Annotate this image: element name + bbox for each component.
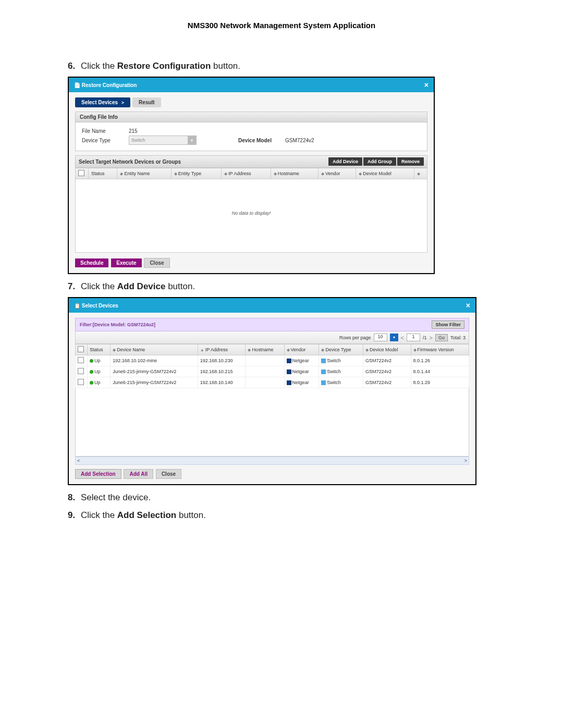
step-7-pre: Click the <box>81 281 117 291</box>
step-9-pre: Click the <box>81 510 117 520</box>
wizard-tabs: Select Devices > Result <box>75 97 427 107</box>
current-page-input[interactable]: 1 <box>407 334 420 341</box>
col-vendor[interactable]: ◆Vendor <box>319 168 356 179</box>
filter-bar: Filter:[Device Model: GSM7224u2] Show Fi… <box>75 318 469 331</box>
step-9-number: 9. <box>68 510 75 520</box>
target-devices-table: Status ◆Entity Name ◆Entity Type ◆IP Add… <box>75 168 427 179</box>
col-firmware[interactable]: ◆Firmware Version <box>411 344 469 355</box>
step-8: 8. Select the device. <box>68 492 511 503</box>
device-model-label: Device Model <box>238 138 285 143</box>
step-6-pre: Click the <box>81 61 117 71</box>
tab-select-label: Select Devices <box>81 100 118 105</box>
vendor-icon <box>287 380 291 385</box>
pager-bar: Rows per page 10 ▾ < 1 /1 > Go Total: 3 <box>75 331 469 344</box>
tab-select-devices[interactable]: Select Devices > <box>75 97 130 107</box>
restore-config-dialog: 📄 Restore Configuration × Select Devices… <box>68 77 435 274</box>
rows-per-page-input[interactable]: 10 <box>374 334 387 341</box>
add-all-button[interactable]: Add All <box>124 469 153 479</box>
col-entity-name[interactable]: ◆Entity Name <box>117 168 171 179</box>
status-up-icon <box>90 359 93 363</box>
table-row[interactable]: UpJune6-215-jimmy-GSM7224v2192.168.10.14… <box>76 377 469 388</box>
total-pages: /1 <box>423 335 427 340</box>
device-type-select[interactable]: Switch ▾ <box>129 135 197 145</box>
table-row[interactable]: Up192.168.10.102-mine192.168.10.230Netge… <box>76 355 469 366</box>
close-icon[interactable]: × <box>424 81 429 89</box>
scroll-left-icon[interactable]: < <box>77 458 80 463</box>
vendor-icon <box>287 369 291 374</box>
schedule-button[interactable]: Schedule <box>75 258 108 267</box>
file-name-label: File Name <box>82 128 129 134</box>
target-devices-title: Select Target Network Devices or Groups <box>79 159 181 165</box>
select-all-checkbox[interactable] <box>78 170 84 176</box>
col-vendor[interactable]: ◆Vendor <box>284 344 319 355</box>
col-ip-address[interactable]: ▲IP Address <box>198 344 246 355</box>
status-up-icon <box>90 381 93 385</box>
prev-page-button[interactable]: < <box>401 335 404 341</box>
file-name-value: 215 <box>129 128 197 134</box>
step-7-number: 7. <box>68 281 75 291</box>
filter-text: Filter:[Device Model: GSM7224u2] <box>80 322 155 327</box>
step-7-bold: Add Device <box>117 281 166 291</box>
go-button[interactable]: Go <box>435 334 448 341</box>
col-device-model[interactable]: ◆Device Model <box>356 168 414 179</box>
no-data-message: No data to display! <box>75 179 427 253</box>
table-row[interactable]: UpJune6-215-jimmy-GSM7224v2192.168.10.21… <box>76 366 469 377</box>
select-devices-dialog: 📋 Select Devices × Filter:[Device Model:… <box>68 297 476 485</box>
device-type-icon <box>321 380 326 385</box>
step-6-bold: Restore Configuration <box>117 61 211 71</box>
add-group-button[interactable]: Add Group <box>363 157 396 166</box>
devices-table: Status ◆Device Name ▲IP Address ◆Hostnam… <box>75 344 469 388</box>
config-file-info-header: Config File Info <box>75 112 427 122</box>
device-type-label: Device Type <box>82 138 129 143</box>
step-7-post: button. <box>165 281 195 291</box>
col-extra: ◆ <box>414 168 427 179</box>
close-button[interactable]: Close <box>144 258 169 268</box>
col-entity-type[interactable]: ◆Entity Type <box>171 168 221 179</box>
scroll-right-icon[interactable]: > <box>464 458 467 463</box>
vendor-icon <box>287 359 291 363</box>
chevron-right-icon: > <box>121 100 124 105</box>
row-checkbox[interactable] <box>78 357 84 363</box>
total-label: Total: 3 <box>450 335 466 340</box>
step-6-number: 6. <box>68 61 75 71</box>
add-device-button[interactable]: Add Device <box>328 157 362 166</box>
col-ip-address[interactable]: ◆IP Address <box>222 168 271 179</box>
row-checkbox[interactable] <box>78 379 84 385</box>
next-page-button[interactable]: > <box>430 335 433 341</box>
step-9-post: button. <box>176 510 206 520</box>
col-hostname[interactable]: ◆Hostname <box>271 168 318 179</box>
col-device-name[interactable]: ◆Device Name <box>111 344 198 355</box>
select-all-checkbox[interactable] <box>78 346 84 352</box>
col-status[interactable]: Status <box>89 168 117 179</box>
target-devices-header: Select Target Network Devices or Groups … <box>75 155 427 168</box>
close-button[interactable]: Close <box>156 469 181 479</box>
select-dialog-header: 📋 Select Devices × <box>69 298 475 313</box>
device-model-value: GSM7224v2 <box>285 138 314 143</box>
col-device-type[interactable]: ◆Device Type <box>319 344 363 355</box>
row-checkbox[interactable] <box>78 368 84 374</box>
step-9-bold: Add Selection <box>117 510 176 520</box>
document-header: NMS300 Network Management System Applica… <box>52 21 511 30</box>
rows-dropdown-icon[interactable]: ▾ <box>390 334 398 341</box>
status-up-icon <box>90 370 93 374</box>
device-type-value: Switch <box>129 138 188 143</box>
col-device-model[interactable]: ◆Device Model <box>363 344 411 355</box>
horizontal-scrollbar[interactable]: < > <box>75 456 469 465</box>
table-empty-area <box>75 388 469 456</box>
execute-button[interactable]: Execute <box>111 258 141 267</box>
device-type-icon <box>321 359 326 363</box>
add-selection-button[interactable]: Add Selection <box>75 469 121 479</box>
select-dialog-title: Select Devices <box>82 303 118 309</box>
chevron-down-icon: ▾ <box>188 136 196 144</box>
restore-dialog-title: Restore Configuration <box>82 82 137 88</box>
device-type-icon <box>321 369 326 374</box>
close-icon[interactable]: × <box>466 301 470 310</box>
step-8-text: Select the device. <box>81 492 151 502</box>
remove-button[interactable]: Remove <box>397 157 424 166</box>
col-hostname[interactable]: ◆Hostname <box>246 344 284 355</box>
restore-dialog-header: 📄 Restore Configuration × <box>69 78 434 92</box>
show-filter-button[interactable]: Show Filter <box>432 320 464 329</box>
step-9: 9. Click the Add Selection button. <box>68 510 511 521</box>
col-status[interactable]: Status <box>88 344 111 355</box>
tab-result[interactable]: Result <box>132 97 161 107</box>
